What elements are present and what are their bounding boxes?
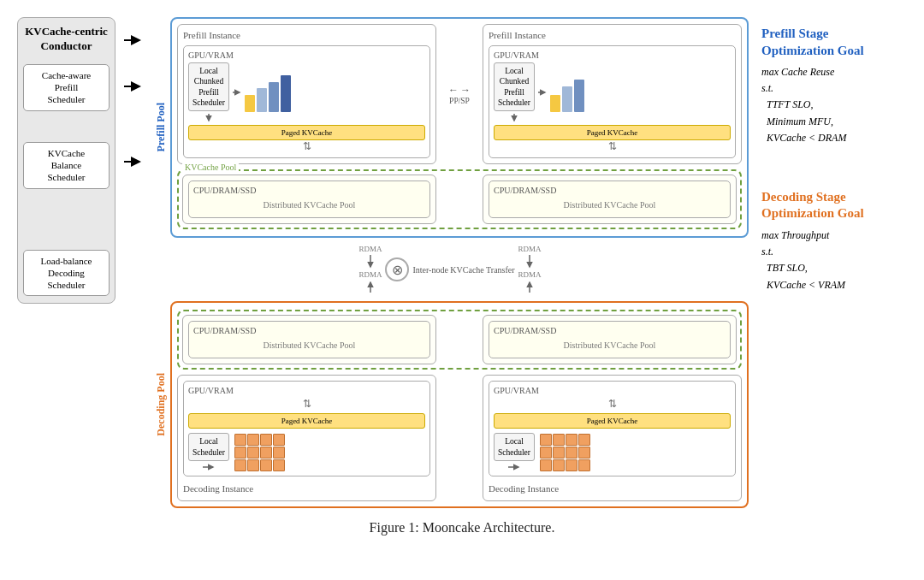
dec-gpu-content-1: LocalScheduler	[188, 433, 425, 471]
decoding-kvcache-pool-area: CPU/DRAM/SSD Distributed KVCache Pool CP…	[177, 310, 742, 370]
dc7	[260, 447, 272, 459]
kvcache-pool-area: KVCache Pool CPU/DRAM/SSD Distributed KV…	[177, 169, 742, 229]
prefill-optimization: Prefill StageOptimization Goal max Cache…	[757, 21, 907, 151]
chunked-prefill-scheduler-1: LocalChunkedPrefillScheduler	[188, 62, 229, 111]
bar-yellow-1	[245, 95, 255, 112]
rdma-arrow-up-left	[364, 281, 377, 294]
arrow-local-sched-1	[203, 463, 215, 471]
dc2	[247, 434, 259, 446]
dc210	[553, 459, 565, 471]
dc9	[234, 459, 246, 471]
dec-paged-kvcache-1: Paged KVCache	[188, 413, 425, 429]
dec-instance-2-label: Decoding Instance	[489, 483, 736, 494]
dec-dist-kvcache-2: Distributed KVCache Pool	[494, 337, 726, 353]
inter-node-section: RDMA RDMA ⊗ Inter-node KVCache Transfer …	[151, 241, 749, 298]
prefill-gpu-2: GPU/VRAM LocalChunkedPrefillScheduler	[489, 45, 736, 158]
rdma-label-3: RDMA	[518, 245, 542, 253]
dc26	[553, 447, 565, 459]
prefill-content-2: LocalChunkedPrefillScheduler	[494, 62, 731, 122]
arrow-to-bar-2	[538, 88, 547, 97]
rdma-label-4: RDMA	[518, 270, 542, 279]
center-diagram: Prefill Pool Prefill Instance GPU/VRAM	[151, 17, 749, 508]
arrow-decoding	[124, 156, 143, 171]
bar-light-2	[562, 86, 572, 112]
dc212	[578, 459, 590, 471]
arrow-left-icon: ←	[448, 84, 459, 97]
decoding-instance-2: GPU/VRAM ⇅ Paged KVCache LocalScheduler	[483, 375, 742, 501]
decoding-pool-wrapper: Decoding Pool CPU/DRAM/SSD Distributed K…	[151, 301, 749, 508]
decoding-scheduler-row: Load-balanceDecodingScheduler	[23, 250, 110, 297]
decoding-pool-side-label: Decoding Pool	[151, 301, 170, 508]
cpu-dram-box-2: CPU/DRAM/SSD Distributed KVCache Pool	[489, 181, 731, 218]
kvcache-spacer	[443, 175, 476, 224]
arrow-kvcache	[124, 80, 143, 96]
dc11	[260, 459, 272, 471]
kvcache-pool-inline-label: KVCache Pool	[182, 163, 239, 172]
decoding-scheduler-box: Load-balanceDecodingScheduler	[23, 250, 110, 297]
conductor-panel: KVCache-centric Conductor Cache-awarePre…	[17, 17, 116, 304]
dc10	[247, 459, 259, 471]
local-scheduler-2: LocalScheduler	[494, 433, 535, 461]
inter-node-label: Inter-node KVCache Transfer	[412, 265, 514, 275]
bar-light-1	[257, 88, 267, 112]
dc6	[247, 447, 259, 459]
right-panel: Prefill StageOptimization Goal max Cache…	[757, 17, 907, 298]
dec-cpu-dram-1: CPU/DRAM/SSD Distributed KVCache Pool	[188, 321, 430, 358]
conductor-title: KVCache-centric Conductor	[23, 25, 110, 54]
dec-cpu-label-1: CPU/DRAM/SSD	[193, 326, 425, 335]
prefill-pool-label: Prefill Pool	[151, 101, 171, 153]
arrow-chunked-2	[507, 114, 521, 122]
bar-chart-2	[550, 74, 584, 112]
prefill-instance-2-label: Prefill Instance	[489, 30, 736, 40]
decoding-gpu-row: GPU/VRAM ⇅ Paged KVCache LocalScheduler	[177, 375, 742, 501]
prefill-instance-2: Prefill Instance GPU/VRAM LocalChunkedPr…	[483, 24, 742, 164]
rdma-arrow-down-left	[364, 255, 377, 269]
arrow-kvcache-icon	[124, 80, 143, 92]
dc5	[234, 447, 246, 459]
cpu-dram-box-1: CPU/DRAM/SSD Distributed KVCache Pool	[188, 181, 430, 218]
arrow-to-bar-1	[233, 88, 241, 97]
dec-gpu-2: GPU/VRAM ⇅ Paged KVCache LocalScheduler	[489, 381, 736, 476]
dc12	[273, 459, 285, 471]
prefill-instance-1-label: Prefill Instance	[183, 30, 430, 40]
bar-yellow-2	[550, 95, 560, 112]
dc23	[566, 434, 578, 446]
kvcache-instance-2: CPU/DRAM/SSD Distributed KVCache Pool	[483, 175, 737, 224]
kvcache-arrows-1: ⇅	[188, 140, 425, 153]
local-scheduler-1: LocalScheduler	[188, 433, 229, 461]
prefill-gpu-1: GPU/VRAM LocalChunkedPrefillScheduler	[183, 45, 430, 158]
prefill-pool-side-label: Prefill Pool	[151, 17, 170, 238]
dec-kvcache-arrows-1: ⇅	[188, 398, 425, 411]
kvcache-instance-1: CPU/DRAM/SSD Distributed KVCache Pool	[182, 175, 436, 224]
bar-dark-1	[281, 75, 291, 112]
dec-kvcache-spacer	[443, 315, 476, 364]
dist-kvcache-2: Distributed KVCache Pool	[494, 197, 726, 213]
dec-cpu-label-2: CPU/DRAM/SSD	[494, 326, 726, 335]
rdma-arrow-up-right	[523, 281, 536, 294]
kvcache-scheduler-box: KVCacheBalanceScheduler	[23, 142, 110, 189]
decoding-opt-title: Decoding StageOptimization Goal	[761, 189, 903, 222]
cpu-dram-label-1: CPU/DRAM/SSD	[193, 186, 425, 195]
dc29	[540, 459, 552, 471]
paged-kvcache-1: Paged KVCache	[188, 125, 425, 140]
decode-bars-2	[540, 434, 590, 471]
ppsp-label: ← → PP/SP	[443, 84, 476, 105]
rdma-arrow-down-right	[523, 255, 536, 269]
dc211	[566, 459, 578, 471]
kvcache-instances-row: CPU/DRAM/SSD Distributed KVCache Pool CP…	[182, 175, 737, 224]
rdma-label-1: RDMA	[358, 245, 382, 253]
dc27	[566, 447, 578, 459]
dist-kvcache-1: Distributed KVCache Pool	[193, 197, 425, 213]
prefill-left-2: LocalChunkedPrefillScheduler	[494, 62, 535, 122]
dc22	[553, 434, 565, 446]
dec-paged-kvcache-2: Paged KVCache	[494, 413, 731, 429]
dec-dist-kvcache-1: Distributed KVCache Pool	[193, 337, 425, 353]
prefill-content-1: LocalChunkedPrefillScheduler	[188, 62, 425, 122]
dc1	[234, 434, 246, 446]
prefill-scheduler-row: Cache-awarePrefillScheduler	[23, 64, 110, 111]
prefill-scheduler-box: Cache-awarePrefillScheduler	[23, 64, 110, 111]
dec-gpu-2-label: GPU/VRAM	[494, 386, 731, 395]
kvcache-arrows-2: ⇅	[494, 140, 731, 153]
kvcache-scheduler-row: KVCacheBalanceScheduler	[23, 142, 110, 189]
chunked-prefill-scheduler-2: LocalChunkedPrefillScheduler	[494, 62, 535, 111]
